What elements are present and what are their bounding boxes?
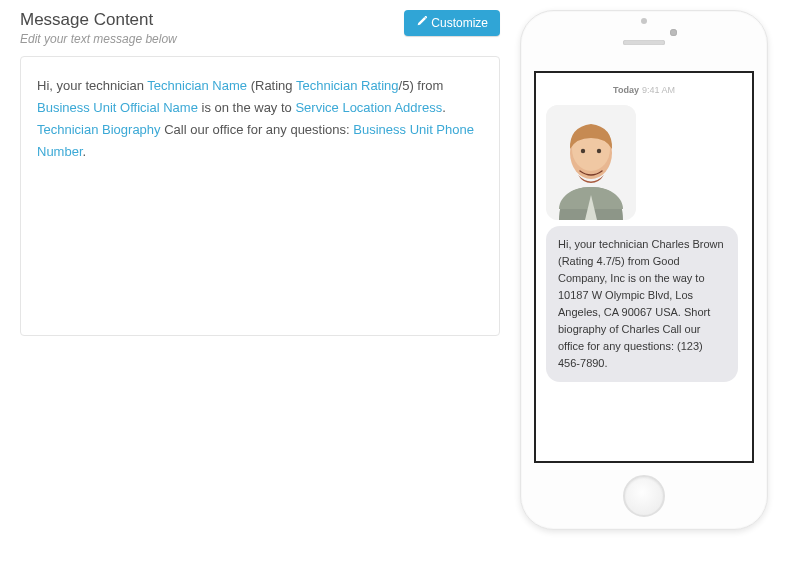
avatar-icon [546,105,636,220]
phone-preview: Today9:41 AM Hi, your technician C [520,10,768,530]
editor-text: (Rating [247,78,296,93]
phone-home-button-icon [623,475,665,517]
message-time: 9:41 AM [642,85,675,95]
message-bubble: Hi, your technician Charles Brown (Ratin… [546,226,738,382]
editor-text: . [83,144,87,159]
message-content-panel: Message Content Edit your text message b… [20,10,500,530]
svg-point-4 [597,149,601,153]
editor-text: Call our office for any questions: [161,122,354,137]
phone-sensor-icon [641,18,647,24]
technician-avatar [546,105,636,220]
pencil-icon [416,16,427,30]
editor-text: Hi, your technician [37,78,147,93]
editor-text: is on the way to [198,100,296,115]
editor-text: . [442,100,446,115]
phone-screen: Today9:41 AM Hi, your technician C [534,71,754,463]
editor-text: /5) from [399,78,444,93]
phone-speaker-icon [623,40,665,45]
phone-camera-icon [670,29,677,36]
page-subtitle: Edit your text message below [20,32,177,46]
token-technician-rating[interactable]: Technician Rating [296,78,399,93]
token-service-location-address[interactable]: Service Location Address [295,100,442,115]
customize-button[interactable]: Customize [404,10,500,36]
token-technician-name[interactable]: Technician Name [147,78,247,93]
svg-point-3 [581,149,585,153]
message-timestamp: Today9:41 AM [536,73,752,101]
token-business-unit-name[interactable]: Business Unit Official Name [37,100,198,115]
token-technician-biography[interactable]: Technician Biography [37,122,161,137]
customize-button-label: Customize [431,16,488,30]
message-date-label: Today [613,85,639,95]
page-title: Message Content [20,10,177,30]
phone-top-hardware [521,11,767,69]
message-editor[interactable]: Hi, your technician Technician Name (Rat… [20,56,500,336]
